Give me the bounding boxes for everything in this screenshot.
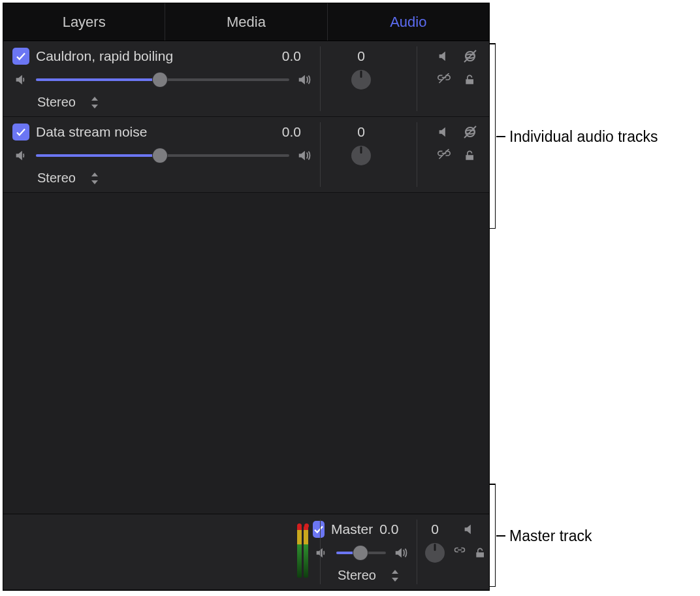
annotation-master: Master track: [509, 527, 592, 545]
lock-icon[interactable]: [462, 148, 479, 163]
stepper-icon: [90, 171, 99, 186]
enable-checkbox[interactable]: [12, 48, 29, 65]
track-name: Data stream noise: [36, 124, 147, 140]
volume-high-icon: [392, 545, 409, 561]
enable-checkbox[interactable]: [12, 124, 29, 141]
annotation-bracket: [495, 484, 496, 587]
mute-icon[interactable]: [436, 48, 453, 64]
stepper-icon: [390, 569, 400, 583]
svg-line-3: [439, 73, 449, 83]
annotation-leader: [496, 535, 505, 537]
link-icon[interactable]: [452, 545, 468, 561]
channel-select[interactable]: Stereo: [37, 171, 99, 186]
svg-line-7: [439, 149, 449, 159]
level-meter: [297, 526, 309, 578]
tab-audio[interactable]: Audio: [328, 3, 489, 41]
pan-knob[interactable]: [425, 543, 445, 563]
tab-media[interactable]: Media: [165, 3, 327, 41]
volume-high-icon: [296, 72, 313, 88]
solo-icon[interactable]: [462, 48, 479, 64]
pan-value[interactable]: 0: [409, 521, 460, 538]
pan-value[interactable]: 0: [313, 124, 409, 141]
panel-tabs: Layers Media Audio: [3, 3, 489, 41]
audio-track[interactable]: Cauldron, rapid boiling 0.0 0: [3, 41, 489, 117]
empty-area: [3, 193, 489, 514]
volume-value[interactable]: 0.0: [282, 124, 313, 140]
volume-value[interactable]: 0.0: [379, 522, 410, 537]
volume-low-icon: [12, 72, 29, 88]
master-section: Master 0.0 0: [3, 514, 489, 590]
link-icon[interactable]: [436, 72, 453, 88]
annotation-individual: Individual audio tracks: [509, 128, 658, 146]
mute-icon[interactable]: [461, 522, 478, 537]
volume-slider[interactable]: [36, 148, 289, 163]
volume-low-icon: [313, 545, 330, 561]
track-name: Cauldron, rapid boiling: [36, 48, 173, 64]
channel-select-label: Stereo: [37, 95, 76, 110]
volume-high-icon: [296, 148, 313, 163]
stepper-icon: [90, 95, 99, 110]
link-icon[interactable]: [436, 148, 453, 163]
volume-low-icon: [12, 148, 29, 163]
master-track[interactable]: Master 0.0 0: [3, 514, 489, 590]
channel-select-label: Stereo: [37, 171, 76, 186]
annotation-leader: [496, 136, 505, 137]
tab-layers[interactable]: Layers: [3, 3, 165, 41]
mute-icon[interactable]: [436, 124, 453, 140]
annotation-bracket: [495, 43, 496, 229]
channel-select[interactable]: Stereo: [37, 95, 99, 110]
pan-knob[interactable]: [351, 146, 371, 165]
track-name: Master: [331, 522, 373, 537]
volume-slider[interactable]: [336, 545, 386, 561]
lock-icon[interactable]: [462, 72, 479, 88]
solo-icon[interactable]: [462, 124, 479, 140]
volume-value[interactable]: 0.0: [282, 48, 313, 64]
lock-icon[interactable]: [474, 545, 487, 561]
track-list: Cauldron, rapid boiling 0.0 0: [3, 41, 489, 193]
audio-track[interactable]: Data stream noise 0.0 0: [3, 117, 489, 193]
volume-slider[interactable]: [36, 72, 289, 88]
enable-checkbox[interactable]: [313, 521, 325, 538]
channel-select-label: Stereo: [338, 568, 376, 583]
pan-knob[interactable]: [351, 70, 371, 90]
channel-select[interactable]: Stereo: [338, 568, 400, 583]
audio-panel: Layers Media Audio Cauldron, rapid boili…: [3, 3, 490, 591]
pan-value[interactable]: 0: [313, 48, 409, 65]
